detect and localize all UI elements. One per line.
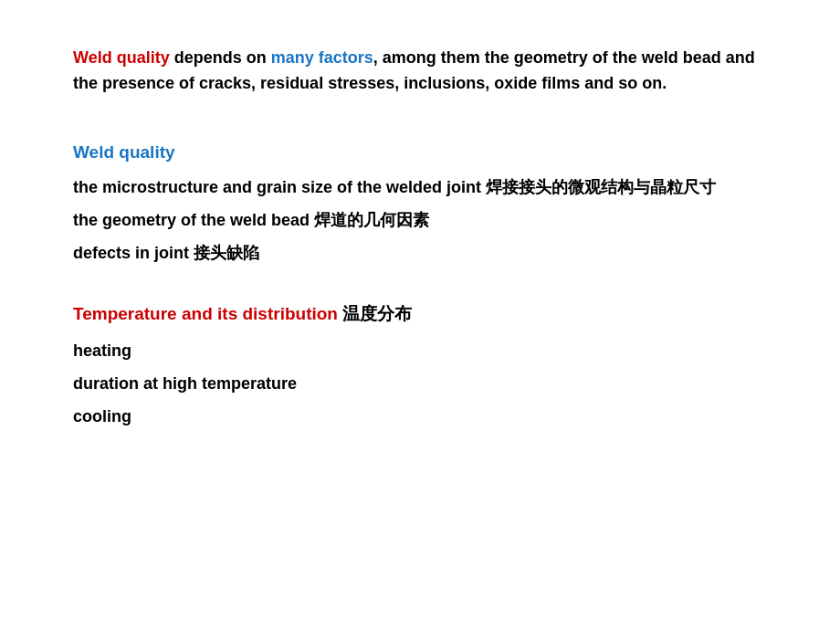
intro-weld-quality: Weld quality [73,48,170,67]
temperature-heading-black: 温度分布 [338,304,412,323]
temperature-item-1: heating [73,339,767,364]
temperature-item-2: duration at high temperature [73,372,767,397]
weld-quality-item-3: defects in joint 接头缺陷 [73,241,767,267]
weld-quality-heading: Weld quality [73,142,767,163]
weld-quality-section: Weld quality the microstructure and grai… [73,142,767,267]
temperature-item-3: cooling [73,404,767,430]
weld-quality-item-2: the geometry of the weld bead 焊道的几何因素 [73,208,767,234]
temperature-heading-red: Temperature and its distribution [73,304,338,323]
temperature-heading: Temperature and its distribution 温度分布 [73,302,767,326]
temperature-section: Temperature and its distribution 温度分布 he… [73,302,767,430]
intro-paragraph: Weld quality depends on many factors, am… [73,46,767,97]
intro-many-factors: many factors [271,48,373,67]
intro-rest-text: depends on [170,48,271,67]
weld-quality-item-1: the microstructure and grain size of the… [73,175,767,201]
